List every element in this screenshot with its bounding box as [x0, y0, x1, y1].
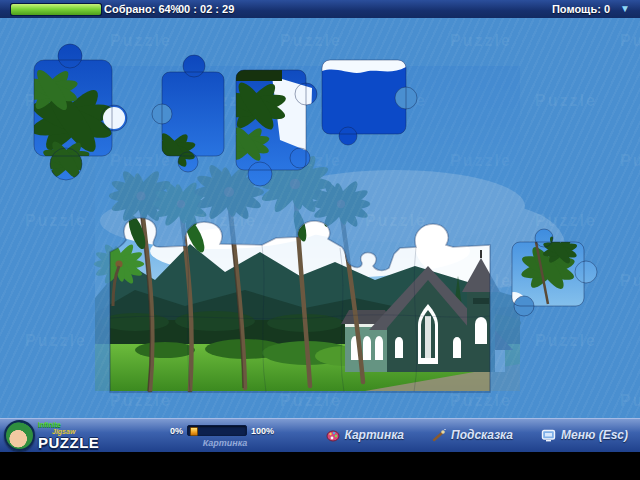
picture-button-label: Картинка — [345, 428, 405, 442]
bottom-toolbar: Infinite Jigsaw Puzzle 0% 100% Картинка — [0, 418, 640, 453]
chevron-down-icon[interactable]: ▼ — [620, 3, 630, 14]
toolbar-buttons: Картинка Подсказка Меню (Esc) — [326, 428, 629, 442]
logo-line-puzzle: Puzzle — [38, 435, 99, 450]
zoom-max-label: 100% — [251, 426, 274, 436]
palette-icon — [326, 429, 340, 442]
zoom-caption: Картинка — [170, 438, 280, 448]
hint-button-label: Подсказка — [451, 428, 513, 442]
collected-percent-label: Собрано: 64% — [104, 3, 180, 15]
zoom-min-label: 0% — [170, 426, 183, 436]
game-window: Собрано: 64% 00 : 02 : 29 Помощь: 0 ▼ Pu… — [0, 0, 640, 480]
letterbox-strip — [0, 452, 640, 480]
top-status-bar: Собрано: 64% 00 : 02 : 29 Помощь: 0 ▼ — [0, 0, 640, 19]
puzzle-playfield[interactable]: PuzzlePuzzlePuzzlePuzzlePuzzlePuzzlePuzz… — [0, 18, 640, 418]
zoom-slider-track[interactable] — [187, 425, 247, 436]
progress-bar-fill — [11, 4, 101, 15]
wand-icon — [432, 429, 446, 442]
hint-button[interactable]: Подсказка — [432, 428, 513, 442]
monitor-icon — [541, 429, 556, 442]
logo-words: Infinite Jigsaw Puzzle — [38, 421, 99, 450]
help-count-label: Помощь: 0 — [552, 3, 610, 15]
menu-button-label: Меню (Esc) — [561, 428, 628, 442]
zoom-slider-handle[interactable] — [190, 427, 198, 436]
menu-button[interactable]: Меню (Esc) — [541, 428, 628, 442]
picture-button[interactable]: Картинка — [326, 428, 405, 442]
timer-label: 00 : 02 : 29 — [178, 3, 234, 15]
logo-line-infinite: Infinite — [38, 421, 99, 428]
puzzle-canvas — [0, 18, 640, 418]
progress-bar — [10, 3, 102, 16]
picture-zoom-group: 0% 100% Картинка — [170, 425, 280, 448]
game-logo[interactable]: Infinite Jigsaw Puzzle — [4, 420, 99, 451]
logo-avatar — [4, 420, 35, 451]
puzzle-piece[interactable] — [316, 54, 417, 146]
